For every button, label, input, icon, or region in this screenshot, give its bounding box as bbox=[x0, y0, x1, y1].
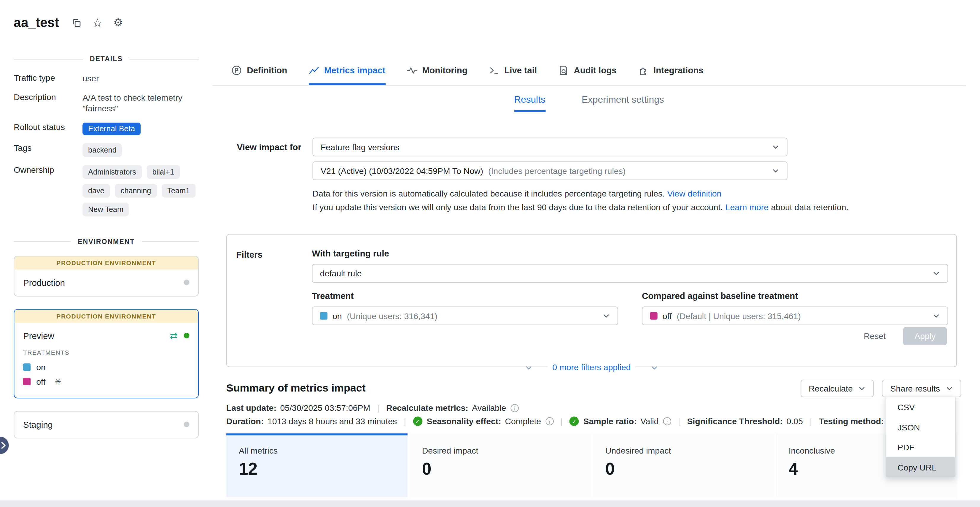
treatments-label: TREATMENTS bbox=[23, 349, 189, 356]
owner-pill[interactable]: Team1 bbox=[162, 184, 196, 198]
view-impact-section: View impact for Feature flag versions V2… bbox=[212, 138, 966, 217]
environment-card-preview[interactable]: PRODUCTION ENVIRONMENT Preview ⇄ TREATME… bbox=[14, 309, 199, 398]
owner-pill[interactable]: bilal+1 bbox=[147, 165, 180, 179]
card-all-metrics[interactable]: All metrics 12 bbox=[226, 434, 408, 497]
description-label: Description bbox=[14, 92, 79, 114]
status-dot-icon bbox=[184, 280, 189, 285]
tab-definition[interactable]: Definition bbox=[231, 55, 287, 85]
details-fields: Traffic type user Description A/A test t… bbox=[14, 73, 199, 217]
subtab-results[interactable]: Results bbox=[514, 94, 545, 112]
recalculate-button[interactable]: Recalculate bbox=[800, 379, 874, 397]
more-filters-link[interactable]: 0 more filters applied bbox=[547, 363, 636, 372]
environment-card-production[interactable]: PRODUCTION ENVIRONMENT Production bbox=[14, 255, 199, 296]
check-circle-icon bbox=[570, 416, 579, 426]
app-window: aa_test ☆ ⚙ DETAILS Traffic type user De… bbox=[0, 0, 980, 507]
page-header: aa_test ☆ ⚙ bbox=[14, 15, 123, 30]
audit-log-icon bbox=[558, 65, 569, 75]
seasonality-value: Complete bbox=[505, 416, 541, 426]
targeting-rule-select[interactable]: default rule bbox=[312, 264, 948, 282]
view-definition-link[interactable]: View definition bbox=[667, 189, 721, 198]
treatment-on-row: on bbox=[23, 360, 189, 374]
status-dot-green-icon bbox=[184, 333, 189, 338]
info-icon[interactable] bbox=[546, 417, 554, 425]
chevron-down-icon bbox=[651, 364, 658, 371]
traffic-type-value: user bbox=[83, 73, 199, 84]
terminal-icon bbox=[489, 65, 500, 75]
tab-monitoring[interactable]: Monitoring bbox=[407, 55, 468, 85]
menu-item-csv[interactable]: CSV bbox=[886, 397, 955, 417]
sidebar: DETAILS Traffic type user Description A/… bbox=[14, 55, 199, 451]
baseline-treatment-select[interactable]: off (Default | Unique users: 315,461) bbox=[642, 306, 948, 325]
treatment-select[interactable]: on (Unique users: 316,341) bbox=[312, 306, 618, 325]
version-type-select[interactable]: Feature flag versions bbox=[313, 138, 788, 156]
share-results-button[interactable]: Share results bbox=[882, 379, 961, 397]
chevron-right-icon bbox=[1, 442, 6, 449]
testing-method-label: Testing method: bbox=[819, 416, 884, 426]
tags-list: backend bbox=[83, 143, 199, 157]
version-note-1: Data for this version is automatically c… bbox=[313, 189, 913, 198]
last-update-label: Last update: bbox=[226, 403, 277, 413]
definition-icon bbox=[231, 65, 242, 75]
gear-icon[interactable]: ⚙ bbox=[113, 17, 123, 28]
card-undesired-impact[interactable]: Undesired impact 0 bbox=[593, 434, 775, 497]
menu-item-copy-url[interactable]: Copy URL bbox=[886, 457, 955, 477]
apply-button[interactable]: Apply bbox=[903, 327, 947, 345]
menu-item-pdf[interactable]: PDF bbox=[886, 437, 955, 457]
treatment-off-color-swatch bbox=[650, 312, 657, 319]
subtab-experiment-settings[interactable]: Experiment settings bbox=[582, 94, 664, 110]
rollout-status-label: Rollout status bbox=[14, 122, 79, 135]
owner-pill[interactable]: New Team bbox=[83, 202, 129, 216]
version-note-2: If you update this version we will only … bbox=[313, 203, 913, 212]
results-subtab-bar: Results Experiment settings bbox=[212, 94, 966, 125]
more-filters-toggle: 0 more filters applied bbox=[227, 363, 956, 372]
metrics-summary-cards: All metrics 12 Desired impact 0 Undesire… bbox=[226, 434, 958, 497]
traffic-type-label: Traffic type bbox=[14, 73, 79, 84]
filters-panel: Filters With targeting rule default rule… bbox=[226, 234, 957, 367]
main-content: Definition Metrics impact Monitoring Liv… bbox=[212, 55, 966, 497]
chevron-down-icon bbox=[525, 364, 532, 371]
tag-pill[interactable]: backend bbox=[83, 143, 122, 157]
version-select[interactable]: V21 (Active) (10/03/2022 04:59PM To Now)… bbox=[313, 161, 788, 180]
baseline-treatment-label: Compared against baseline treatment bbox=[642, 291, 948, 301]
learn-more-link[interactable]: Learn more bbox=[725, 203, 768, 212]
tags-label: Tags bbox=[14, 143, 79, 157]
sample-ratio-value: Valid bbox=[640, 416, 659, 426]
treatment-off-name: off bbox=[36, 377, 45, 386]
info-icon[interactable] bbox=[511, 404, 519, 412]
recalculate-metrics-label: Recalculate metrics: bbox=[386, 403, 468, 413]
tab-metrics-impact[interactable]: Metrics impact bbox=[309, 55, 385, 85]
filters-title: Filters bbox=[236, 250, 262, 260]
reset-button[interactable]: Reset bbox=[864, 332, 886, 341]
summary-info-line-2: Duration: 1013 days 8 hours and 33 minut… bbox=[226, 416, 966, 426]
star-icon[interactable]: ☆ bbox=[92, 17, 103, 29]
copy-icon[interactable] bbox=[72, 18, 81, 27]
check-circle-icon bbox=[413, 416, 422, 426]
last-update-value: 05/30/2025 03:57:06PM bbox=[280, 403, 371, 413]
treatment-on-color-swatch bbox=[320, 312, 328, 319]
tab-live-tail[interactable]: Live tail bbox=[489, 55, 537, 85]
status-dot-icon bbox=[184, 421, 189, 427]
version-note: (Includes percentage targeting rules) bbox=[488, 166, 625, 175]
summary-title: Summary of metrics impact bbox=[226, 382, 366, 394]
sidebar-expand-handle[interactable] bbox=[0, 437, 9, 454]
page-title: aa_test bbox=[14, 15, 59, 30]
card-desired-impact[interactable]: Desired impact 0 bbox=[410, 434, 591, 497]
tab-integrations[interactable]: Integrations bbox=[638, 55, 703, 85]
info-icon[interactable] bbox=[663, 417, 671, 425]
production-environment-header: PRODUCTION ENVIRONMENT bbox=[14, 256, 198, 269]
tab-audit-logs[interactable]: Audit logs bbox=[558, 55, 617, 85]
owner-pill[interactable]: Administrators bbox=[83, 165, 142, 179]
owner-pill[interactable]: dave bbox=[83, 184, 110, 198]
version-value: V21 (Active) (10/03/2022 04:59PM To Now) bbox=[321, 166, 483, 175]
chevron-down-icon bbox=[858, 385, 866, 392]
menu-item-json[interactable]: JSON bbox=[886, 417, 955, 437]
environment-card-staging[interactable]: Staging bbox=[14, 411, 199, 438]
ownership-label: Ownership bbox=[14, 165, 79, 217]
default-treatment-asterisk-icon: ✳ bbox=[55, 377, 61, 386]
sample-ratio-label: Sample ratio: bbox=[583, 416, 636, 426]
puzzle-icon bbox=[638, 65, 648, 75]
ownership-list: Administrators bilal+1 dave channing Tea… bbox=[83, 165, 199, 217]
duration-label: Duration: bbox=[226, 416, 264, 426]
chevron-down-icon bbox=[946, 385, 953, 392]
owner-pill[interactable]: channing bbox=[115, 184, 157, 198]
